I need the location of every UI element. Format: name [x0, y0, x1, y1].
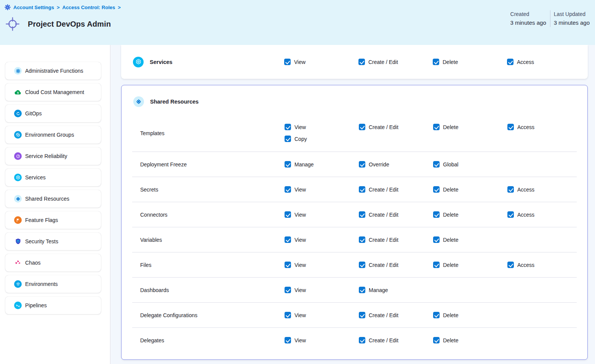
permission-create-edit[interactable]: Create / Edit [358, 59, 398, 65]
checkbox-create-edit-checked[interactable] [359, 312, 365, 318]
permission-view[interactable]: View [284, 59, 305, 65]
breadcrumb-account-settings[interactable]: Account Settings [13, 5, 54, 10]
sidebar-item-environment-groups[interactable]: Environment Groups [5, 126, 101, 144]
permission-copy[interactable]: Copy [285, 136, 307, 142]
sidebar-item-shared-resources[interactable]: Shared Resources [5, 190, 101, 208]
permission-manage[interactable]: Manage [359, 287, 388, 293]
permission-delete[interactable]: Delete [433, 337, 458, 343]
permission-delete[interactable]: Delete [433, 262, 458, 268]
permission-global[interactable]: Global [433, 161, 458, 168]
permission-access[interactable]: Access [507, 211, 534, 218]
permission-delete[interactable]: Delete [433, 124, 458, 130]
permission-manage[interactable]: Manage [285, 161, 314, 168]
created-label: Created [510, 10, 546, 18]
checkbox-view-checked[interactable] [285, 186, 291, 193]
checkbox-create-edit-checked[interactable] [359, 337, 365, 343]
sidebar-item-chaos[interactable]: Chaos [5, 254, 101, 271]
permission-access[interactable]: Access [507, 59, 534, 65]
breadcrumb: Account Settings > Access Control: Roles… [5, 4, 121, 10]
sidebar-item-gitops[interactable]: GitOps [5, 105, 101, 122]
sidebar-item-services[interactable]: Services [5, 169, 101, 186]
checkbox-create-edit-checked[interactable] [359, 236, 365, 243]
sidebar-item-pipelines[interactable]: Pipelines [5, 297, 101, 314]
checkbox-override-checked[interactable] [359, 161, 365, 168]
checkbox-view-checked[interactable] [285, 287, 291, 293]
checkbox-create-edit-checked[interactable] [358, 59, 365, 65]
permission-override[interactable]: Override [359, 161, 389, 168]
permission-delete[interactable]: Delete [433, 59, 458, 65]
checkbox-delete-checked[interactable] [433, 59, 439, 65]
permission-view[interactable]: View [285, 236, 306, 243]
checkbox-view-checked[interactable] [285, 211, 291, 218]
last-updated-value: 3 minutes ago [554, 19, 590, 27]
sidebar-item-administrative-functions[interactable]: Administrative Functions [5, 62, 101, 80]
permission-cell: ViewCopy [285, 115, 359, 152]
checkbox-delete-checked[interactable] [433, 211, 440, 218]
permission-delete[interactable]: Delete [433, 211, 458, 218]
checkbox-view-checked[interactable] [285, 124, 291, 130]
permission-delete[interactable]: Delete [433, 312, 458, 318]
permission-create-edit[interactable]: Create / Edit [359, 337, 398, 343]
checkbox-access-checked[interactable] [507, 124, 514, 130]
checkbox-delete-checked[interactable] [433, 337, 440, 343]
service-reliability-icon [14, 152, 22, 160]
checkbox-access-checked[interactable] [507, 59, 513, 65]
permission-row-deployment-freeze: Deployment FreezeManageOverrideGlobal [122, 152, 587, 177]
sidebar-item-feature-flags[interactable]: Feature Flags [5, 211, 101, 229]
sidebar-item-cloud-cost-management[interactable]: $Cloud Cost Management [5, 83, 101, 101]
permission-create-edit[interactable]: Create / Edit [359, 312, 398, 318]
permission-label: Delete [443, 312, 458, 318]
checkbox-delete-checked[interactable] [433, 186, 440, 193]
checkbox-create-edit-checked[interactable] [359, 124, 365, 130]
permission-view[interactable]: View [285, 287, 306, 293]
permission-create-edit[interactable]: Create / Edit [359, 186, 398, 193]
checkbox-delete-checked[interactable] [433, 312, 440, 318]
permission-create-edit[interactable]: Create / Edit [359, 211, 398, 218]
checkbox-manage-checked[interactable] [285, 161, 291, 168]
permission-row-files: FilesViewCreate / EditDeleteAccess [122, 252, 587, 277]
checkbox-global-checked[interactable] [433, 161, 440, 168]
permission-view[interactable]: View [285, 186, 306, 193]
checkbox-delete-checked[interactable] [433, 124, 440, 130]
breadcrumb-access-control-roles[interactable]: Access Control: Roles [62, 5, 115, 10]
permission-view[interactable]: View [285, 124, 306, 130]
permission-label: Create / Edit [369, 312, 398, 318]
checkbox-create-edit-checked[interactable] [359, 262, 365, 268]
checkbox-copy-checked[interactable] [285, 136, 291, 142]
sidebar-item-label: Shared Resources [25, 196, 69, 202]
permission-create-edit[interactable]: Create / Edit [359, 236, 398, 243]
permission-delete[interactable]: Delete [433, 186, 458, 193]
sidebar-item-label: Security Tests [25, 238, 58, 244]
permission-view[interactable]: View [285, 211, 306, 218]
last-updated-label: Last Updated [554, 10, 590, 18]
permission-access[interactable]: Access [507, 124, 534, 130]
checkbox-create-edit-checked[interactable] [359, 211, 365, 218]
permission-view[interactable]: View [285, 312, 306, 318]
permission-access[interactable]: Access [507, 262, 534, 268]
checkbox-view-checked[interactable] [285, 312, 291, 318]
sidebar-item-service-reliability[interactable]: Service Reliability [5, 147, 101, 165]
checkbox-view-checked[interactable] [285, 262, 291, 268]
sidebar-item-security-tests[interactable]: Security Tests [5, 233, 101, 250]
permission-delete[interactable]: Delete [433, 236, 458, 243]
permission-create-edit[interactable]: Create / Edit [359, 124, 398, 130]
checkbox-delete-checked[interactable] [433, 236, 440, 243]
gitops-icon [14, 110, 22, 117]
sidebar-item-environments[interactable]: Environments [5, 275, 101, 293]
checkbox-access-checked[interactable] [507, 186, 514, 193]
checkbox-view-checked[interactable] [285, 236, 291, 243]
checkbox-create-edit-checked[interactable] [359, 186, 365, 193]
checkbox-manage-checked[interactable] [359, 287, 365, 293]
checkbox-view-checked[interactable] [284, 59, 291, 65]
checkbox-access-checked[interactable] [507, 262, 514, 268]
permission-view[interactable]: View [285, 262, 306, 268]
page-title: Project DevOps Admin [28, 20, 111, 29]
checkbox-access-checked[interactable] [507, 211, 514, 218]
checkbox-view-checked[interactable] [285, 337, 291, 343]
checkbox-delete-checked[interactable] [433, 262, 440, 268]
permission-cell: Create / Edit [359, 115, 433, 152]
permission-view[interactable]: View [285, 337, 306, 343]
permission-access[interactable]: Access [507, 186, 534, 193]
permission-create-edit[interactable]: Create / Edit [359, 262, 398, 268]
sidebar: Administrative Functions$Cloud Cost Mana… [0, 45, 110, 364]
